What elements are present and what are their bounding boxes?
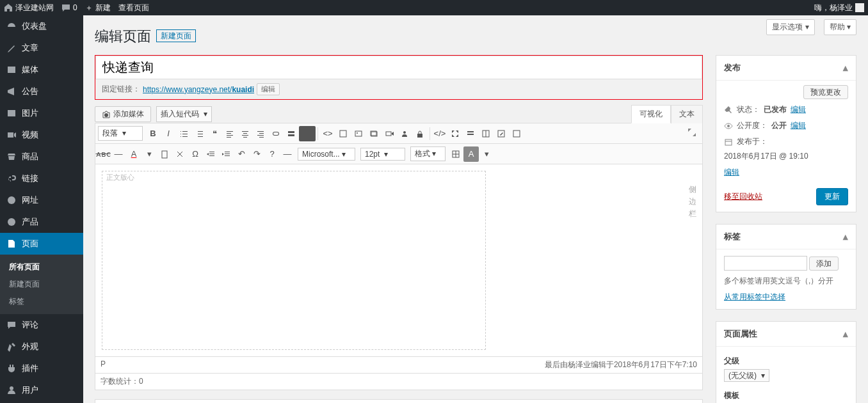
template-button[interactable]	[509, 126, 524, 141]
menu-appearance[interactable]: 外观	[0, 336, 83, 358]
align-right-button[interactable]	[253, 126, 268, 141]
image-button[interactable]	[351, 126, 366, 141]
move-trash-link[interactable]: 移至回收站	[724, 191, 762, 202]
help-toggle[interactable]: 帮助 ▾	[824, 19, 856, 35]
format-menu[interactable]: 格式 ▾	[410, 146, 446, 161]
expand-button[interactable]	[447, 126, 463, 141]
sub-new-page[interactable]: 新建页面	[0, 276, 83, 293]
tag-input[interactable]	[724, 256, 807, 271]
menu-video[interactable]: 视频	[0, 124, 83, 146]
align-left-button[interactable]	[222, 126, 237, 141]
comments-count[interactable]: 0	[61, 3, 77, 12]
strikethrough-button[interactable]: ᴀʙᴄ	[95, 146, 111, 162]
permalink-edit-button[interactable]: 编辑	[257, 83, 280, 95]
redo-button[interactable]: ↷	[249, 146, 264, 162]
tab-visual[interactable]: 可视化	[631, 105, 671, 123]
hr-button[interactable]: ―	[111, 146, 126, 162]
indent-button[interactable]	[218, 146, 234, 162]
attrs-toggle[interactable]: ▴	[843, 328, 848, 340]
link-button[interactable]	[268, 126, 284, 141]
preview-button[interactable]: 预览更改	[803, 85, 848, 99]
menu-users[interactable]: 用户	[0, 379, 83, 401]
post-title-input[interactable]	[95, 56, 702, 79]
more-button[interactable]	[284, 126, 299, 141]
insert-shortcode-select[interactable]: 插入短代码 ▾	[156, 106, 212, 122]
toolbar-toggle-button[interactable]	[299, 126, 316, 141]
lock-button[interactable]	[412, 126, 428, 141]
menu-product2[interactable]: 产品	[0, 211, 83, 233]
menu-comments[interactable]: 评论	[0, 314, 83, 336]
source-button[interactable]: </>	[432, 126, 447, 141]
bg-color-picker[interactable]: ▾	[479, 146, 494, 162]
editor-canvas[interactable]: 正文版心	[102, 171, 486, 350]
number-list-button[interactable]	[191, 126, 207, 141]
undo-button[interactable]: ↶	[234, 146, 249, 162]
svg-rect-24	[513, 130, 520, 137]
edit-date-link[interactable]: 编辑	[724, 167, 739, 178]
menu-pages[interactable]: 页面	[0, 233, 83, 255]
special-char-button[interactable]: Ω	[188, 146, 203, 162]
blockquote-button[interactable]: ❝	[207, 126, 222, 141]
font-family-select[interactable]: Microsoft... ▾	[298, 148, 355, 161]
menu-products[interactable]: 商品	[0, 146, 83, 168]
tags-toggle[interactable]: ▴	[843, 231, 848, 242]
greeting[interactable]: 嗨，杨泽业	[814, 3, 853, 13]
svg-rect-10	[303, 136, 311, 137]
add-media-button[interactable]: 添加媒体	[95, 106, 151, 122]
avatar[interactable]	[855, 3, 864, 12]
gallery-button[interactable]	[366, 126, 382, 141]
help-button[interactable]: ?	[264, 146, 280, 162]
text-color-button[interactable]: A	[126, 146, 141, 162]
menu-media[interactable]: 媒体	[0, 59, 83, 81]
svg-point-17	[403, 131, 406, 134]
menu-images[interactable]: 图片	[0, 102, 83, 124]
menu-links[interactable]: 链接	[0, 168, 83, 189]
edit-status-link[interactable]: 编辑	[791, 104, 806, 115]
hr2-button[interactable]: ―	[280, 146, 295, 162]
widget-button[interactable]	[335, 126, 351, 141]
code-button[interactable]: <>	[320, 126, 335, 141]
page-attributes-box: 页面属性▴ 父级 (无父级) ▾ 模板 快递查询 ▾	[716, 321, 856, 403]
outdent-button[interactable]	[203, 146, 218, 162]
tag-add-button[interactable]: 添加	[809, 257, 839, 271]
update-button[interactable]: 更新	[816, 188, 848, 205]
new-page-button[interactable]: 新建页面	[156, 29, 196, 42]
permalink-link[interactable]: https://www.yangzeye.net/kuaidi	[143, 85, 254, 94]
text-color-picker[interactable]: ▾	[141, 146, 157, 162]
publish-toggle[interactable]: ▴	[843, 62, 848, 74]
sub-tags[interactable]: 标签	[0, 293, 83, 310]
clear-format-button[interactable]	[172, 146, 188, 162]
bold-button[interactable]: B	[145, 126, 161, 141]
sub-all-pages[interactable]: 所有页面	[0, 258, 83, 276]
page-heading: 编辑页面	[95, 27, 151, 46]
layout-button[interactable]	[478, 126, 494, 141]
svg-rect-8	[303, 130, 311, 132]
site-name[interactable]: 泽业建站网	[4, 3, 54, 13]
user-button[interactable]	[397, 126, 412, 141]
edit-button[interactable]	[494, 126, 509, 141]
word-count: 字数统计：0	[95, 374, 703, 390]
choose-tags-link[interactable]: 从常用标签中选择	[724, 292, 785, 301]
edit-visibility-link[interactable]: 编辑	[791, 120, 806, 131]
new-content[interactable]: ＋ 新建	[85, 3, 111, 13]
view-page[interactable]: 查看页面	[118, 3, 149, 13]
table-button[interactable]	[448, 146, 463, 162]
parent-select[interactable]: (无父级) ▾	[724, 369, 769, 382]
format-select[interactable]: 段落 ▾	[98, 126, 143, 141]
menu-notice[interactable]: 公告	[0, 81, 83, 102]
font-size-select[interactable]: 12pt ▾	[360, 148, 405, 161]
align-center-button[interactable]	[237, 126, 253, 141]
settings-button[interactable]	[463, 126, 478, 141]
bg-color-button[interactable]: A	[463, 146, 479, 162]
menu-plugins[interactable]: 插件	[0, 358, 83, 379]
video-insert-button[interactable]	[382, 126, 397, 141]
paste-text-button[interactable]	[157, 146, 172, 162]
fullscreen-button[interactable]	[687, 127, 702, 139]
screen-options-toggle[interactable]: 显示选项 ▾	[766, 19, 814, 35]
italic-button[interactable]: I	[161, 126, 176, 141]
menu-sites[interactable]: 网址	[0, 189, 83, 211]
menu-dashboard[interactable]: 仪表盘	[0, 15, 83, 37]
tab-text[interactable]: 文本	[671, 105, 703, 123]
bullet-list-button[interactable]	[176, 126, 191, 141]
menu-posts[interactable]: 文章	[0, 37, 83, 59]
